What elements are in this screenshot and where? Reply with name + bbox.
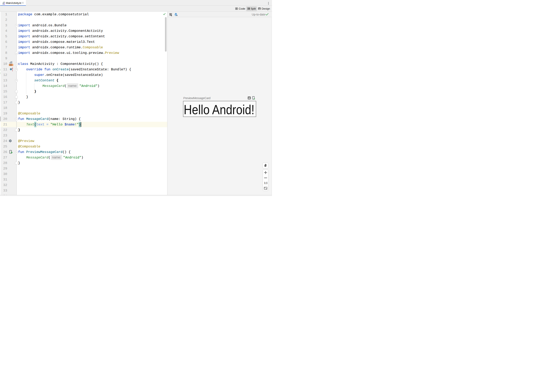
svg-text:1:1: 1:1 xyxy=(264,181,267,184)
